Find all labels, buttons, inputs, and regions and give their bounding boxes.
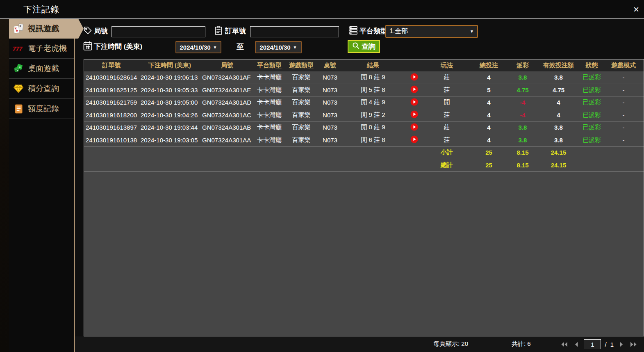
time-cell: 2024-10-30 19:05:00: [139, 96, 200, 109]
game-mode-cell: -: [603, 71, 644, 84]
total-bet-cell: 5: [469, 84, 508, 96]
date-from-select[interactable]: 2024/10/30 ▼: [175, 41, 221, 53]
subtotal-payout: 8.15: [508, 146, 537, 159]
chevron-down-icon: ▼: [470, 29, 474, 34]
play-icon: [410, 123, 418, 132]
order-cell: 241030191628614: [84, 71, 139, 84]
search-button-label: 查詢: [362, 42, 375, 51]
time-cell: 2024-10-30 19:06:13: [139, 71, 200, 84]
replay-button[interactable]: [404, 134, 424, 146]
total-row: 總計 25 8.15 24.15: [84, 159, 644, 171]
col-header-replay: [404, 59, 424, 71]
gem-icon: [13, 84, 24, 94]
game-mode-cell: -: [603, 109, 644, 121]
page-number-input[interactable]: [584, 339, 601, 349]
table-row: 241030191610138 2024-10-30 19:03:05 GN07…: [84, 134, 644, 146]
col-header-result: 結果: [342, 59, 404, 71]
col-header-order: 訂單號: [84, 59, 139, 71]
main-panel: 局號 訂單號 平台類型 1.全部 ▼ 下注時間 (美東) 2024/10/30 …: [75, 19, 644, 352]
table-empty-area: [84, 171, 644, 336]
platform-cell: 卡卡灣廳: [254, 109, 285, 121]
status-cell: 已派彩: [580, 71, 603, 84]
platform-cell: 卡卡灣廳: [254, 134, 285, 146]
replay-button[interactable]: [404, 121, 424, 134]
subtotal-row: 小計 25 8.15 24.15: [84, 146, 644, 159]
play-icon: [410, 85, 418, 94]
valid-bet-cell: 4: [537, 109, 580, 121]
play-type-cell: 莊: [424, 109, 469, 121]
sidebar-item-table-games[interactable]: 桌面遊戲: [9, 59, 74, 79]
payout-cell: -4: [508, 109, 537, 121]
total-valid-bet: 24.15: [537, 159, 580, 171]
next-page-icon[interactable]: [617, 341, 626, 347]
date-to-select[interactable]: 2024/10/30 ▼: [255, 41, 302, 53]
round-number-input[interactable]: [112, 26, 205, 37]
status-cell: 已派彩: [580, 109, 603, 121]
order-cell: 241030191621759: [84, 96, 139, 109]
sidebar-item-label: 額度記錄: [28, 103, 59, 114]
status-cell: 已派彩: [580, 96, 603, 109]
game-type-cell: 百家樂: [285, 96, 318, 109]
payout-cell: 4.75: [508, 84, 537, 96]
search-button[interactable]: 查詢: [348, 40, 380, 53]
time-cell: 2024-10-30 19:03:44: [139, 121, 200, 134]
play-type-cell: 莊: [424, 71, 469, 84]
order-cell: 241030191610138: [84, 134, 139, 146]
table-row: 241030191618200 2024-10-30 19:04:26 GN07…: [84, 109, 644, 121]
bet-records-table: 訂單號 下注時間 (美東) 局號 平台類型 遊戲類型 桌號 結果 玩法 總投注 …: [84, 59, 644, 336]
sidebar-item-video-games[interactable]: 9 K♥ 視訊遊戲: [9, 19, 84, 39]
col-header-game-mode: 遊戲模式: [603, 59, 644, 71]
previous-page-icon[interactable]: [572, 341, 580, 347]
time-cell: 2024-10-30 19:03:05: [139, 134, 200, 146]
total-bet-cell: 4: [469, 71, 508, 84]
sidebar-item-slots[interactable]: 777 電子老虎機: [9, 39, 74, 59]
table-no-cell: N073: [318, 109, 342, 121]
game-mode-cell: -: [603, 84, 644, 96]
search-icon: [352, 42, 360, 51]
col-header-status: 狀態: [580, 59, 603, 71]
col-header-valid-bet: 有效投注額: [537, 59, 580, 71]
game-type-cell: 百家樂: [285, 121, 318, 134]
platform-type-value: 1.全部: [389, 27, 408, 36]
playing-cards-icon: 9 K♥: [13, 23, 24, 34]
first-page-icon[interactable]: [560, 341, 568, 347]
round-cell: GN07324A301AD: [200, 96, 254, 109]
platform-type-icon: [349, 26, 358, 37]
play-type-cell: 莊: [424, 121, 469, 134]
result-cell: 閒 0 莊 9: [342, 121, 404, 134]
platform-cell: 卡卡灣廳: [254, 84, 285, 96]
replay-button[interactable]: [404, 84, 424, 96]
total-bet-cell: 4: [469, 96, 508, 109]
table-no-cell: N073: [318, 71, 342, 84]
sidebar-item-credit-records[interactable]: 額度記錄: [9, 99, 74, 119]
total-total-bet: 25: [469, 159, 508, 171]
last-page-icon[interactable]: [629, 341, 637, 347]
table-body: 241030191628614 2024-10-30 19:06:13 GN07…: [84, 71, 644, 146]
slot-777-icon: 777: [13, 45, 24, 52]
replay-button[interactable]: [404, 96, 424, 109]
valid-bet-cell: 4: [537, 96, 580, 109]
payout-cell: 3.8: [508, 121, 537, 134]
replay-button[interactable]: [404, 109, 424, 121]
round-cell: GN07324A301AA: [200, 134, 254, 146]
game-mode-cell: -: [603, 96, 644, 109]
round-cell: GN07324A301AF: [200, 71, 254, 84]
platform-type-select[interactable]: 1.全部 ▼: [385, 25, 478, 38]
filter-bar: 局號 訂單號 平台類型 1.全部 ▼ 下注時間 (美東) 2024/10/30 …: [75, 19, 644, 59]
close-icon[interactable]: ×: [633, 5, 639, 14]
svg-text:777: 777: [13, 46, 23, 52]
page-separator: /: [605, 341, 606, 348]
valid-bet-cell: 3.8: [537, 121, 580, 134]
order-number-input[interactable]: [250, 26, 339, 37]
table-no-cell: N073: [318, 96, 342, 109]
table-no-cell: N073: [318, 134, 342, 146]
sidebar-item-points[interactable]: 積分查詢: [9, 79, 74, 99]
round-cell: GN07324A301AC: [200, 109, 254, 121]
payout-cell: 3.8: [508, 134, 537, 146]
round-number-label: 局號: [94, 26, 108, 36]
order-cell: 241030191618200: [84, 109, 139, 121]
replay-button[interactable]: [404, 71, 424, 84]
pager: / 1: [560, 339, 637, 349]
game-type-cell: 百家樂: [285, 109, 318, 121]
total-bet-cell: 4: [469, 134, 508, 146]
